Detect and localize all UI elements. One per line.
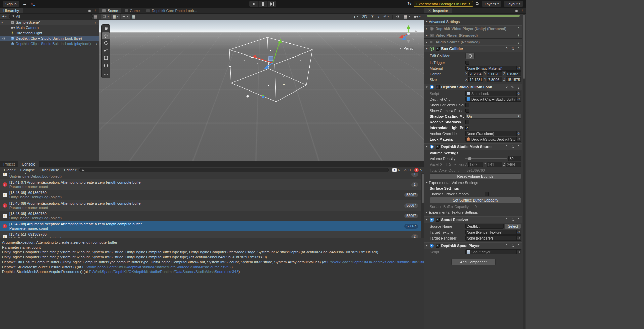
component-header-depthkit-video-player-removed[interactable]: ▸ Depthkit Video Player (Unity) (Removed… — [424, 25, 522, 32]
hierarchy-search-input[interactable] — [16, 14, 90, 19]
component-menu-icon[interactable]: ⋮ — [516, 33, 521, 38]
panel-menu-icon[interactable]: ⋮ — [93, 8, 97, 13]
console-entry[interactable]: ! [13:42:51] -691369760UnityEngine.Debug… — [0, 231, 424, 238]
shadow-casting-mode-dropdown[interactable]: On ▾ — [465, 114, 521, 119]
hierarchy-item-main-camera[interactable]: Main Camera — [0, 25, 99, 30]
shading-mode-dropdown[interactable]: ◐ ▾ — [352, 14, 360, 19]
object-picker-icon[interactable]: ⊙ — [516, 66, 521, 70]
component-header-depthkit-studio-mesh-source[interactable]: ▾ ✓ Depthkit Studio Mesh Source ? ⇅ ⋮ — [424, 143, 522, 150]
object-picker-icon[interactable]: ⊙ — [516, 91, 521, 96]
version-control-icon[interactable]: ✳ — [29, 1, 35, 6]
view-hand-tool[interactable] — [102, 25, 110, 32]
pause-button[interactable] — [258, 1, 267, 7]
lock-icon[interactable] — [515, 9, 518, 12]
component-header-box-collider[interactable]: ▾ ✓ Box Collider ? ⇅ ⋮ — [424, 45, 522, 52]
stack-trace-link[interactable]: E:/WorkSpace/DepthKit/OK/depthkit.studio… — [89, 270, 239, 274]
object-picker-icon[interactable]: ⊙ — [516, 137, 521, 141]
grid-snap-dropdown[interactable]: ▦ ▾ — [111, 14, 120, 19]
hierarchy-item-depthkit-live[interactable]: Depthkit Clip + Studio Built-in Look (li… — [0, 36, 99, 41]
preset-icon[interactable]: ⇅ — [510, 244, 515, 248]
console-search[interactable] — [79, 168, 389, 172]
scene-audio-toggle[interactable]: ♪ — [376, 14, 381, 19]
effects-dropdown[interactable]: ✳ ▾ — [382, 14, 390, 19]
experimental-texture-settings-foldout[interactable]: ▸ Experimental Texture Settings — [424, 209, 522, 215]
preset-icon[interactable]: ⇅ — [510, 145, 515, 149]
object-picker-icon[interactable]: ⊙ — [516, 250, 521, 254]
console-entry-selected[interactable]: ! [13:45:08] ArgumentException: Attempti… — [0, 221, 424, 231]
depthkit-clip-field[interactable]: Depthkit Clip + Studio Built-in L ⊙ — [465, 97, 521, 102]
target-renderer-field[interactable]: None (Renderer) ⊙ — [465, 235, 521, 241]
foldout-open-icon[interactable]: ▾ — [1, 21, 3, 24]
perspective-label[interactable]: < Persp — [400, 46, 413, 50]
center-z-field[interactable] — [506, 71, 521, 76]
component-header-audio-source-removed[interactable]: ▸ Audio Source (Removed) ⋮ — [424, 39, 522, 45]
component-menu-icon[interactable]: ⋮ — [516, 40, 521, 44]
experimental-volume-settings-foldout[interactable]: ▸ Experimental Volume Settings — [424, 180, 522, 185]
scene-menu-icon[interactable]: ⋮ — [93, 20, 97, 25]
component-header-depthkit-studio-builtin-look[interactable]: ▾ ✓ Depthkit Studio Built-in Look ? ⇅ ⋮ — [424, 84, 522, 90]
console-search-input[interactable] — [86, 168, 386, 172]
hierarchy-search[interactable] — [9, 14, 93, 19]
object-picker-icon[interactable]: ⊙ — [516, 131, 521, 136]
scene-visibility-toggle[interactable] — [395, 14, 402, 19]
rect-tool[interactable] — [102, 54, 110, 62]
look-material-field[interactable]: Depthkit/Studio/Depthkit Stu ⊙ — [465, 137, 521, 142]
prefab-chevron-icon[interactable]: › — [96, 36, 97, 41]
tab-project[interactable]: Project — [0, 161, 18, 167]
panel-menu-icon[interactable]: ⋮ — [520, 8, 524, 13]
move-tool[interactable] — [102, 32, 110, 39]
collapse-toggle[interactable]: Collapse — [18, 168, 37, 173]
info-count[interactable]: ! 6 — [392, 168, 400, 172]
tab-hierarchy[interactable]: Hierarchy — [0, 8, 23, 13]
help-icon[interactable]: ? — [504, 218, 509, 222]
select-source-button[interactable]: Select — [505, 224, 521, 229]
scene-lighting-toggle[interactable]: ☀ — [369, 14, 375, 19]
reset-volume-bounds-button[interactable]: Reset Volume Bounds — [430, 173, 521, 179]
clear-button[interactable]: Clear ▾ — [2, 168, 18, 173]
target-texture-field[interactable]: None (Render Texture) ⊙ — [465, 230, 521, 235]
tab-inspector[interactable]: i Inspector — [424, 8, 452, 13]
error-pause-toggle[interactable]: Error Pause — [38, 168, 61, 173]
preset-icon[interactable]: ⇅ — [510, 218, 515, 222]
component-header-spout-receiver[interactable]: ▾ ✓ Spout Receiver ? ⇅ ⋮ — [424, 216, 522, 223]
hierarchy-scene-row[interactable]: ▾ SampleScene* ⋮ — [0, 20, 99, 25]
size-x-field[interactable] — [468, 77, 483, 82]
grid-visibility-dropdown[interactable]: ▦ ▾ — [403, 14, 412, 19]
source-name-field[interactable] — [465, 224, 504, 229]
component-enabled-checkbox[interactable]: ✓ — [436, 47, 440, 51]
object-picker-icon[interactable]: ⊙ — [516, 236, 521, 240]
component-menu-icon[interactable]: ⋮ — [516, 244, 521, 248]
snap-increment-dropdown[interactable]: ▾ — [121, 14, 130, 19]
advanced-settings-foldout[interactable]: ▸ Advanced Settings — [424, 19, 522, 24]
component-enabled-checkbox[interactable]: ✓ — [436, 218, 440, 222]
component-enabled-checkbox[interactable]: ✓ — [436, 244, 440, 248]
create-object-button[interactable]: + ▾ — [1, 14, 8, 19]
help-icon[interactable]: ? — [504, 47, 509, 51]
error-count[interactable]: ! 5 — [414, 168, 422, 172]
interpolate-light-probe-checkbox[interactable]: ✓ — [465, 126, 469, 130]
show-per-view-checkbox[interactable] — [465, 103, 469, 107]
editor-dropdown[interactable]: Editor ▾ — [62, 168, 78, 173]
receive-shadows-checkbox[interactable] — [465, 120, 469, 124]
component-header-video-player-removed[interactable]: ▸ Video Player (Removed) ⋮ — [424, 32, 522, 39]
undo-history-icon[interactable]: ↻ — [407, 2, 411, 6]
volume-density-slider[interactable] — [465, 156, 507, 161]
search-filter-icon[interactable]: ▦ — [94, 14, 97, 19]
component-enabled-checkbox[interactable]: ✓ — [436, 145, 440, 149]
center-x-field[interactable] — [468, 71, 483, 76]
object-picker-icon[interactable]: ⊙ — [516, 230, 521, 234]
tab-game[interactable]: Game — [121, 8, 143, 13]
volume-density-field[interactable] — [508, 156, 521, 161]
scene-camera-dropdown[interactable]: ▾ — [412, 14, 422, 19]
scale-tool[interactable] — [102, 47, 110, 54]
step-button[interactable] — [267, 1, 276, 7]
show-camera-frustum-checkbox[interactable] — [465, 109, 469, 113]
scene-overlay-menu-icon[interactable]: ≡ — [397, 21, 400, 26]
voxel-y-field[interactable] — [487, 162, 502, 167]
rotate-tool[interactable] — [102, 40, 110, 47]
console-entry[interactable]: ! [13:45:08] ArgumentException: Attempti… — [0, 200, 424, 211]
scene-viewport[interactable]: ≡ < Persp — [99, 20, 424, 161]
stack-trace-link[interactable]: E:/WorkSpace/DepthKit/OK/depthkit.core/R… — [327, 260, 424, 264]
stack-trace-link[interactable]: E:/WorkSpace/DepthKit/OK/depthkit.studio… — [82, 265, 231, 269]
visibility-eye-icon[interactable] — [2, 37, 6, 40]
